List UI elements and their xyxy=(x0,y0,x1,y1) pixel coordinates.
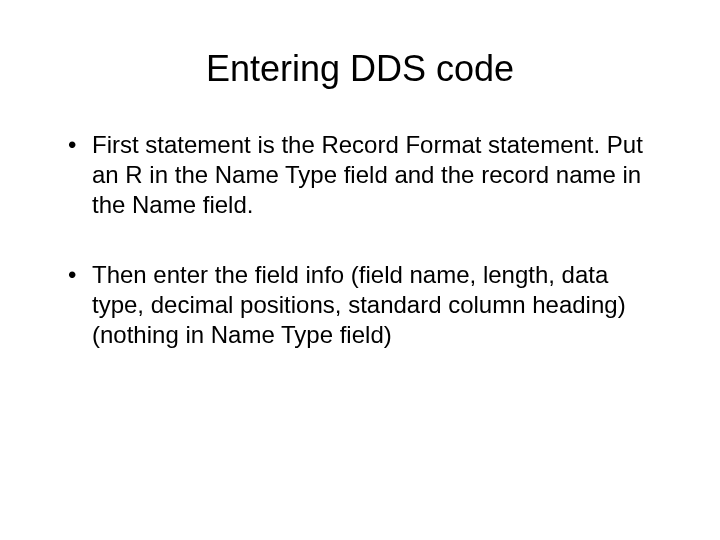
bullet-item: • Then enter the field info (field name,… xyxy=(68,260,660,350)
slide-title: Entering DDS code xyxy=(0,0,720,130)
slide-content: • First statement is the Record Format s… xyxy=(0,130,720,350)
bullet-text: First statement is the Record Format sta… xyxy=(92,130,660,220)
bullet-marker-icon: • xyxy=(68,260,92,290)
bullet-item: • First statement is the Record Format s… xyxy=(68,130,660,220)
bullet-marker-icon: • xyxy=(68,130,92,160)
bullet-text: Then enter the field info (field name, l… xyxy=(92,260,660,350)
